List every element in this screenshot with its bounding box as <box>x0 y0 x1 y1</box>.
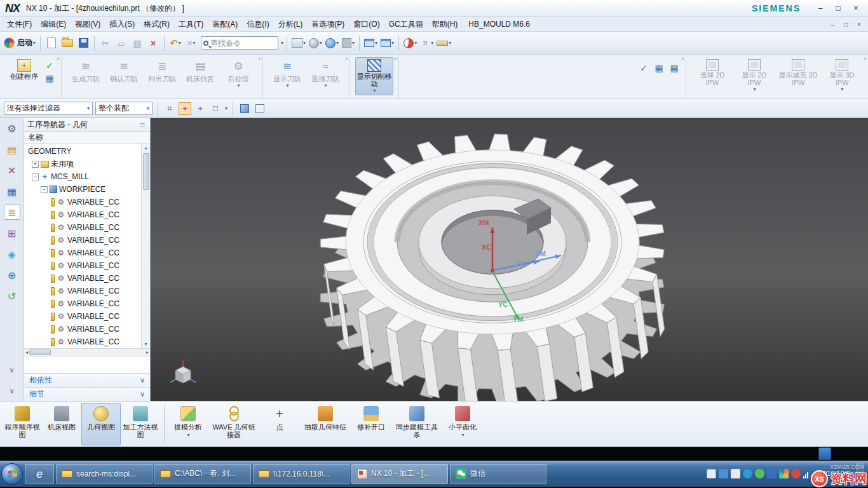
menu-view[interactable]: 视图(V) <box>71 17 105 32</box>
start-button[interactable]: 启动 ▾ <box>3 35 37 51</box>
part-navigator-icon[interactable]: ▦ <box>4 184 20 199</box>
group-overflow-button[interactable]: » <box>258 55 261 62</box>
generate-toolpath-button[interactable]: ≋ 生成刀轨 <box>67 57 105 85</box>
patch-opening-button[interactable]: 修补开口 <box>351 403 391 445</box>
snap-button[interactable]: ⌗▾ <box>419 35 435 51</box>
ie-taskbar-button[interactable]: e <box>25 464 54 484</box>
taskbar-window-wechat[interactable]: 微信 <box>450 464 546 484</box>
minimize-button[interactable]: – <box>812 3 829 14</box>
extract-geometry-button[interactable]: 抽取几何特征 <box>299 403 351 445</box>
show-3d-ipw-button[interactable]: 显示 3D IPW ▾ <box>821 57 863 94</box>
scroll-up-icon[interactable]: ▴ <box>144 144 147 152</box>
verify-icon[interactable]: ✓ <box>43 60 56 71</box>
window-a-button[interactable]: ▾ <box>363 35 379 51</box>
graphics-viewport[interactable]: XM XC ZM ZC YC YM <box>151 118 868 401</box>
workpiece-grid-icon[interactable]: ▦ <box>43 72 56 84</box>
view-gray-button[interactable]: ▾ <box>341 35 356 51</box>
menu-window[interactable]: 窗口(O) <box>349 17 384 32</box>
start-orb-button[interactable] <box>1 463 23 485</box>
create-program-button[interactable]: + 创建程序 <box>5 57 43 82</box>
group-overflow-button[interactable]: » <box>57 55 60 62</box>
selection-scope-dropdown[interactable]: 整个装配 ▾ <box>95 102 153 115</box>
child-minimize-button[interactable]: – <box>826 20 839 29</box>
tray-app-icon-7[interactable] <box>791 469 801 478</box>
taskbar-window-search[interactable]: search-ms:displ... <box>56 464 153 484</box>
collapse-minus-icon[interactable]: − <box>32 173 39 180</box>
scroll-down-icon[interactable]: ▾ <box>144 340 147 348</box>
point-on-curve-icon[interactable]: + <box>194 102 207 115</box>
facet-button[interactable]: 小平面化 ▾ <box>443 403 482 445</box>
menu-preferences[interactable]: 首选项(P) <box>307 17 349 32</box>
taskbar-window-nx[interactable]: NX 10 - 加工 - [... <box>351 464 448 484</box>
tree-vertical-scrollbar[interactable]: ▴ ▾ <box>141 144 150 348</box>
panel-float-button[interactable]: □ <box>138 121 147 129</box>
draft-analysis-button[interactable]: 拔模分析 ▾ <box>168 403 208 445</box>
strip-expand-top-icon[interactable]: ∨ <box>4 362 20 377</box>
postprocess-button[interactable]: ⚙ 后处理 ▾ <box>219 57 257 90</box>
grid-a-icon[interactable]: ▦ <box>653 62 665 74</box>
tray-keyboard-icon[interactable] <box>707 469 716 478</box>
machine-simulation-button[interactable]: ▤ 机床仿真 <box>181 57 219 85</box>
window-b-button[interactable]: ▾ <box>379 35 395 51</box>
replay-toolpath-button[interactable]: ≈ 重播刀轨 ▾ <box>306 57 344 90</box>
search-history-dropdown[interactable]: ▾ <box>281 41 283 46</box>
delete-button[interactable]: × <box>146 35 161 51</box>
tray-app-icon-5[interactable] <box>767 469 776 478</box>
open-button[interactable] <box>60 35 75 51</box>
operation-navigator-icon[interactable]: ≣ <box>4 205 20 220</box>
check-icon[interactable]: ✓ <box>637 62 650 74</box>
resource-settings-gear-icon[interactable]: ⚙ <box>4 121 20 136</box>
taskbar-window-network-share[interactable]: \\172.16.0.118\... <box>253 464 349 484</box>
view-triad[interactable] <box>168 358 198 388</box>
hd3d-tools-icon[interactable]: ◈ <box>4 247 20 262</box>
expand-plus-icon[interactable]: + <box>32 161 39 168</box>
tree-node-geometry[interactable]: GEOMETRY <box>25 145 140 158</box>
verify-toolpath-button[interactable]: ≋ 确认刀轨 <box>105 57 143 85</box>
tray-app-icon-6[interactable] <box>779 469 789 478</box>
render-style-button[interactable]: ▾ <box>308 35 323 51</box>
group-overflow-button[interactable]: » <box>345 55 348 62</box>
selection-filter-dropdown[interactable]: 没有选择过滤器 ▾ <box>4 102 93 115</box>
tray-app-icon-1[interactable] <box>719 469 728 478</box>
search-input[interactable] <box>210 39 276 48</box>
tree-horizontal-scrollbar[interactable]: ◂ ▸ <box>24 348 150 356</box>
menu-information[interactable]: 信息(I) <box>242 17 273 32</box>
tree-node-operation[interactable]: ⚙VARIABLE_CC <box>25 196 140 208</box>
group-overflow-button[interactable]: » <box>864 55 867 62</box>
tree-node-operation[interactable]: ⚙VARIABLE_CC <box>25 221 140 234</box>
tree-node-operation[interactable]: ⚙VARIABLE_CC <box>25 285 140 297</box>
show-cutting-moves-button[interactable]: 显示切削移动 ▾ <box>355 57 393 95</box>
web-browser-icon[interactable]: ⊕ <box>4 268 20 283</box>
scroll-right-icon[interactable]: ▸ <box>146 348 149 356</box>
close-button[interactable]: × <box>848 3 864 14</box>
menu-hb-mould[interactable]: HB_MOULD M6.6 <box>462 18 536 30</box>
menu-edit[interactable]: 编辑(E) <box>36 17 71 32</box>
point-button[interactable]: + 点 <box>260 403 299 445</box>
undo-button[interactable]: ↶▾ <box>168 35 183 51</box>
tree-node-workpiece[interactable]: − WORKPIECE <box>25 183 140 196</box>
selection-rectangle-dropdown[interactable]: ▾ <box>225 106 227 111</box>
window-layout-button[interactable]: ▾ <box>290 35 307 51</box>
scrollbar-thumb[interactable] <box>143 153 149 190</box>
tree-node-operation[interactable]: ⚙VARIABLE_CC <box>25 234 140 247</box>
shaded-view-icon[interactable] <box>238 102 251 115</box>
tree-node-unused[interactable]: + 未用项 <box>25 158 140 170</box>
snap-angle-icon[interactable]: ⌗ <box>163 102 176 115</box>
show-toolpath-button[interactable]: ≋ 显示刀轨 ▾ <box>268 57 306 90</box>
menu-insert[interactable]: 插入(S) <box>105 17 139 32</box>
constraint-navigator-icon[interactable]: ✕ <box>4 163 20 178</box>
details-section[interactable]: 细节 ∨ <box>24 387 150 401</box>
history-icon[interactable]: ↺ <box>4 288 20 304</box>
menu-analysis[interactable]: 分析(L) <box>274 17 308 32</box>
desktop-shortcut-icon[interactable] <box>818 447 831 460</box>
geometry-view-button[interactable]: 几何视图 <box>81 403 121 445</box>
tree-node-operation[interactable]: ⚙VARIABLE_CC <box>25 297 140 310</box>
show-2d-ipw-button[interactable]: 显示 2D IPW ▾ <box>733 57 775 94</box>
save-button[interactable] <box>76 35 91 51</box>
grid-b-icon[interactable]: ▦ <box>668 62 681 74</box>
menu-format[interactable]: 格式(R) <box>139 17 174 32</box>
menu-gc-toolbox[interactable]: GC工具箱 <box>384 17 428 32</box>
group-overflow-button[interactable]: » <box>681 55 684 62</box>
select-2d-ipw-button[interactable]: 选择 2D IPW <box>691 57 733 88</box>
machining-method-view-button[interactable]: 加工方法视图 <box>121 403 160 445</box>
